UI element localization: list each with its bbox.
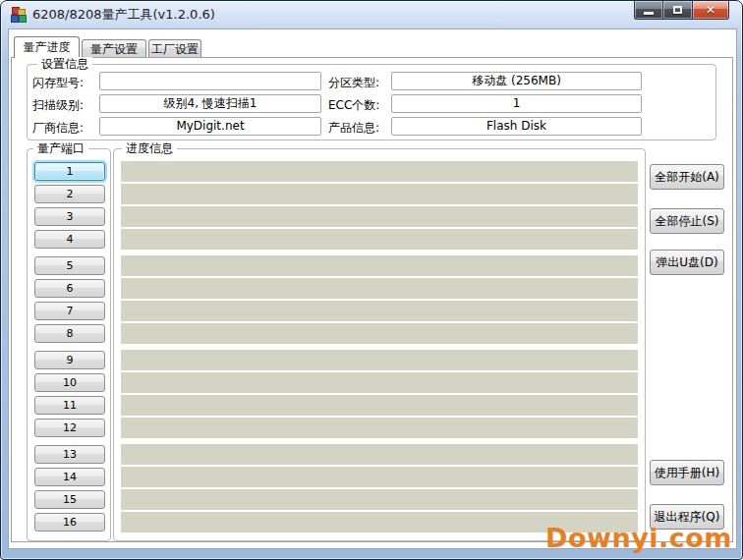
port-button-4[interactable]: 4 — [34, 230, 105, 249]
progress-bar-5 — [121, 255, 638, 276]
product-info-field[interactable]: Flash Disk — [391, 117, 642, 136]
window-title: 6208/8208量产工具(v1.2.0.6) — [32, 1, 215, 28]
port-button-9[interactable]: 9 — [34, 351, 105, 369]
start-all-button[interactable]: 全部开始(A) — [650, 164, 724, 190]
caption-buttons: ✕ — [634, 1, 729, 21]
progress-bar-9 — [121, 350, 638, 370]
app-icon-block-green — [19, 15, 27, 23]
progress-bar-13 — [121, 444, 638, 465]
close-button[interactable]: ✕ — [692, 1, 729, 20]
progress-bar-3 — [121, 206, 638, 227]
progress-bar-15 — [121, 489, 638, 510]
port-button-7[interactable]: 7 — [34, 302, 105, 320]
product-info-label: 产品信息: — [328, 120, 379, 137]
app-window: 6208/8208量产工具(v1.2.0.6) ✕ 量产进度 量产设置 工厂设置… — [0, 0, 743, 560]
progress-bar-14 — [121, 467, 638, 487]
user-manual-button[interactable]: 使用手册(H) — [650, 460, 724, 485]
port-button-13[interactable]: 13 — [34, 445, 105, 464]
port-button-12[interactable]: 12 — [34, 419, 105, 437]
maximize-button[interactable] — [663, 1, 692, 20]
title-bar[interactable]: 6208/8208量产工具(v1.2.0.6) ✕ — [1, 1, 742, 28]
port-button-10[interactable]: 10 — [34, 373, 105, 392]
scan-level-field[interactable]: 级别4, 慢速扫描1 — [99, 94, 321, 113]
tab-production-settings[interactable]: 量产设置 — [82, 39, 146, 58]
ports-group-label: 量产端口 — [33, 141, 88, 155]
progress-group-label: 进度信息 — [122, 141, 177, 155]
settings-group-label: 设置信息 — [37, 57, 92, 71]
port-button-5[interactable]: 5 — [34, 256, 105, 275]
partition-type-field[interactable]: 移动盘 (256MB) — [391, 72, 642, 90]
vendor-info-label: 厂商信息: — [32, 120, 84, 137]
maximize-icon — [673, 6, 682, 14]
port-button-2[interactable]: 2 — [34, 185, 105, 203]
progress-bar-12 — [121, 418, 638, 438]
progress-bar-6 — [121, 278, 638, 299]
app-icon — [11, 7, 27, 23]
port-button-1[interactable]: 1 — [34, 162, 105, 181]
tab-factory-settings[interactable]: 工厂设置 — [148, 39, 201, 58]
progress-bar-2 — [121, 184, 638, 204]
eject-udisk-button[interactable]: 弹出U盘(D) — [650, 250, 724, 275]
port-button-16[interactable]: 16 — [34, 513, 105, 532]
stop-all-button[interactable]: 全部停止(S) — [650, 208, 724, 234]
port-button-6[interactable]: 6 — [34, 279, 105, 298]
scan-level-label: 扫描级别: — [32, 97, 84, 114]
watermark-downyi: Downyi.com — [545, 523, 732, 553]
vendor-info-field[interactable]: MyDigit.net — [99, 117, 321, 136]
progress-bar-1 — [121, 161, 638, 182]
progress-bar-7 — [121, 301, 638, 321]
port-button-3[interactable]: 3 — [34, 207, 105, 226]
partition-type-label: 分区类型: — [328, 75, 379, 91]
ecc-count-field[interactable]: 1 — [391, 94, 642, 113]
flash-model-field[interactable] — [99, 72, 321, 90]
port-button-11[interactable]: 11 — [34, 396, 105, 415]
port-button-8[interactable]: 8 — [34, 324, 105, 343]
minimize-icon — [644, 12, 654, 15]
screen: 6208/8208量产工具(v1.2.0.6) ✕ 量产进度 量产设置 工厂设置… — [0, 0, 743, 560]
port-button-14[interactable]: 14 — [34, 468, 105, 486]
port-button-15[interactable]: 15 — [34, 490, 105, 509]
flash-model-label: 闪存型号: — [32, 75, 84, 91]
close-icon: ✕ — [706, 3, 715, 17]
progress-bar-10 — [121, 372, 638, 393]
app-icon-block-blue — [11, 15, 19, 23]
tab-production-progress[interactable]: 量产进度 — [14, 36, 80, 58]
progress-bar-11 — [121, 395, 638, 416]
ecc-count-label: ECC个数: — [328, 97, 379, 114]
progress-bar-8 — [121, 323, 638, 344]
minimize-button[interactable] — [634, 1, 663, 20]
progress-bar-4 — [121, 229, 638, 250]
